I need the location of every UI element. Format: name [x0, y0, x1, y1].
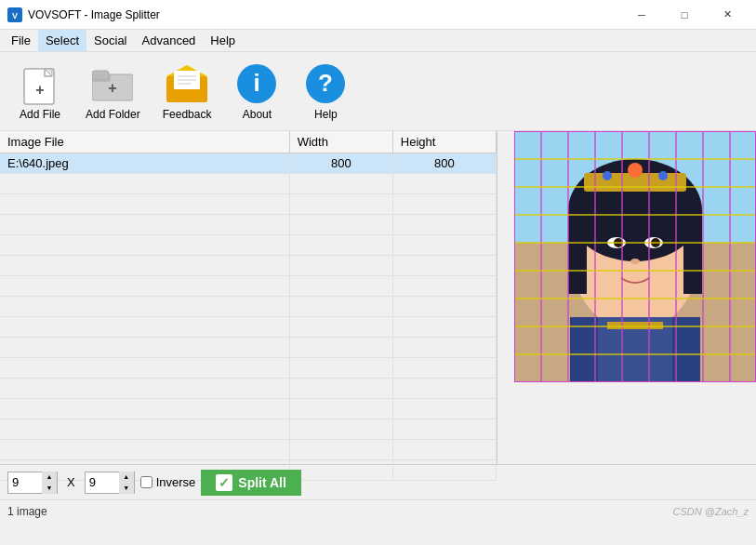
add-file-label: Add File — [20, 108, 60, 121]
menu-advanced[interactable]: Advanced — [135, 30, 204, 51]
feedback-button[interactable]: Feedback — [153, 58, 221, 125]
rows-decrement-button[interactable]: ▼ — [119, 483, 134, 494]
table-row-empty-14 — [0, 440, 497, 460]
svg-rect-24 — [568, 210, 587, 294]
svg-point-34 — [630, 259, 640, 264]
inverse-checkbox-wrapper: Inverse — [140, 475, 196, 489]
about-button[interactable]: i About — [224, 58, 289, 125]
close-button[interactable]: ✕ — [706, 0, 749, 30]
table-row-empty-7 — [0, 297, 497, 317]
rows-spinbox[interactable]: ▲ ▼ — [85, 472, 135, 494]
col-header-width: Width — [289, 131, 392, 153]
cols-input[interactable] — [8, 472, 42, 493]
cols-increment-button[interactable]: ▲ — [42, 472, 57, 483]
cols-decrement-button[interactable]: ▼ — [42, 483, 57, 494]
table-row-empty-5 — [0, 256, 497, 276]
svg-point-27 — [628, 163, 643, 178]
toolbar: + Add File + Add Folder — [0, 52, 756, 131]
cell-width: 800 — [289, 153, 392, 174]
preview-svg — [514, 131, 756, 382]
split-check-icon: ✓ — [216, 474, 232, 491]
status-bar: 1 image CSDN @Zach_z — [0, 499, 756, 522]
add-file-icon: + — [18, 61, 62, 106]
svg-point-29 — [658, 171, 668, 180]
col-header-height: Height — [392, 131, 496, 153]
window-title: VOVSOFT - Image Splitter — [28, 8, 620, 21]
menu-help[interactable]: Help — [203, 30, 243, 51]
add-folder-label: Add Folder — [86, 108, 140, 121]
table-row[interactable]: E:\640.jpeg 800 800 — [0, 153, 497, 174]
svg-text:+: + — [109, 80, 117, 96]
split-all-button[interactable]: ✓ Split All — [201, 470, 301, 496]
split-all-label: Split All — [238, 475, 286, 490]
svg-rect-7 — [92, 71, 109, 80]
table-row-empty-2 — [0, 194, 497, 215]
maximize-button[interactable]: □ — [663, 0, 706, 30]
cell-filename: E:\640.jpeg — [0, 153, 289, 174]
svg-text:V: V — [12, 11, 18, 20]
table-row-empty-1 — [0, 174, 497, 194]
table-row-empty-8 — [0, 317, 497, 338]
table-row-empty-3 — [0, 215, 497, 235]
col-header-file: Image File — [0, 131, 289, 153]
table-row-empty-10 — [0, 358, 497, 379]
help-button[interactable]: ? Help — [293, 58, 358, 125]
table-row-empty-13 — [0, 419, 497, 440]
about-label: About — [243, 108, 272, 121]
rows-spin-buttons: ▲ ▼ — [119, 472, 134, 494]
cols-spinbox[interactable]: ▲ ▼ — [7, 472, 58, 494]
table-row-empty-11 — [0, 379, 497, 399]
table-row-empty-6 — [0, 276, 497, 297]
svg-text:+: + — [35, 82, 44, 98]
preview-area — [497, 131, 756, 464]
help-label: Help — [314, 108, 338, 121]
cell-height: 800 — [392, 153, 496, 174]
about-icon: i — [234, 61, 279, 106]
inverse-label[interactable]: Inverse — [156, 475, 196, 489]
table-row-empty-4 — [0, 235, 497, 256]
watermark: CSDN @Zach_z — [673, 506, 749, 517]
svg-point-28 — [603, 171, 612, 180]
main-content: Image File Width Height E:\640.jpeg 800 … — [0, 131, 756, 464]
add-file-button[interactable]: + Add File — [7, 58, 73, 125]
add-folder-button[interactable]: + Add Folder — [76, 58, 150, 125]
svg-rect-37 — [607, 322, 663, 329]
rows-increment-button[interactable]: ▲ — [119, 472, 134, 483]
add-folder-icon: + — [90, 61, 135, 106]
inverse-checkbox[interactable] — [140, 476, 153, 488]
x-separator: X — [63, 475, 79, 489]
title-bar: V VOVSOFT - Image Splitter ─ □ ✕ — [0, 0, 756, 30]
table-row-empty-12 — [0, 399, 497, 419]
menu-file[interactable]: File — [4, 30, 38, 51]
file-list-area: Image File Width Height E:\640.jpeg 800 … — [0, 131, 497, 464]
table-row-empty-9 — [0, 338, 497, 358]
svg-rect-25 — [683, 210, 702, 294]
minimize-button[interactable]: ─ — [620, 0, 663, 30]
preview-image-container — [514, 131, 756, 382]
feedback-icon — [165, 61, 209, 106]
svg-text:?: ? — [318, 69, 333, 97]
app-icon: V — [7, 7, 22, 22]
menu-social[interactable]: Social — [86, 30, 134, 51]
feedback-label: Feedback — [163, 108, 212, 121]
file-table: Image File Width Height E:\640.jpeg 800 … — [0, 131, 497, 481]
help-icon: ? — [303, 61, 348, 106]
menu-bar: File Select Social Advanced Help — [0, 30, 756, 52]
cols-spin-buttons: ▲ ▼ — [42, 472, 57, 494]
rows-input[interactable] — [86, 472, 119, 493]
status-text: 1 image — [7, 505, 47, 518]
svg-text:i: i — [254, 69, 260, 97]
menu-select[interactable]: Select — [38, 30, 86, 51]
window-controls: ─ □ ✕ — [620, 0, 749, 30]
